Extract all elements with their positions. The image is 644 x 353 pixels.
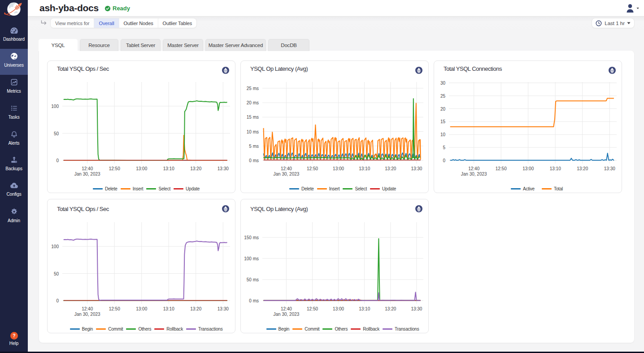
svg-text:25 ms: 25 ms (247, 86, 259, 91)
svg-text:12:40: 12:40 (281, 166, 292, 171)
svg-text:12:50: 12:50 (307, 166, 318, 171)
svg-text:12:40: 12:40 (468, 166, 479, 171)
svg-text:?: ? (13, 333, 15, 338)
svg-text:50: 50 (54, 271, 59, 276)
svg-text:13:30: 13:30 (411, 166, 422, 171)
svg-text:Jan 30, 2023: Jan 30, 2023 (273, 312, 299, 317)
svg-text:13:00: 13:00 (136, 306, 147, 311)
svg-text:13:30: 13:30 (411, 306, 422, 311)
svg-text:13:00: 13:00 (333, 166, 344, 171)
svg-text:13:10: 13:10 (163, 306, 174, 311)
svg-text:12:40: 12:40 (82, 306, 93, 311)
svg-text:50: 50 (54, 131, 59, 136)
svg-text:13:20: 13:20 (385, 166, 396, 171)
svg-text:13:30: 13:30 (218, 306, 229, 311)
svg-text:25: 25 (440, 94, 446, 99)
svg-text:20 ms: 20 ms (247, 100, 259, 105)
svg-text:5: 5 (443, 145, 445, 150)
svg-text:12:50: 12:50 (109, 166, 120, 171)
svg-text:13:10: 13:10 (163, 166, 174, 171)
svg-text:20: 20 (440, 107, 446, 112)
svg-text:13:10: 13:10 (550, 166, 561, 171)
svg-text:13:20: 13:20 (190, 306, 201, 311)
svg-text:Jan 30, 2023: Jan 30, 2023 (461, 172, 487, 176)
svg-text:13:30: 13:30 (218, 166, 229, 171)
svg-text:13:30: 13:30 (604, 166, 615, 171)
svg-text:12:50: 12:50 (496, 166, 507, 171)
svg-text:150 ms: 150 ms (244, 235, 259, 240)
svg-text:0 ms: 0 ms (249, 158, 259, 163)
svg-text:0: 0 (56, 298, 59, 303)
svg-text:0: 0 (56, 158, 59, 163)
svg-text:Jan 30, 2023: Jan 30, 2023 (74, 172, 100, 176)
svg-text:13:10: 13:10 (359, 166, 370, 171)
svg-text:12:50: 12:50 (109, 306, 120, 311)
svg-text:0: 0 (443, 158, 445, 163)
svg-text:13:20: 13:20 (385, 306, 396, 311)
svg-text:5 ms: 5 ms (249, 144, 259, 149)
svg-text:100: 100 (51, 244, 59, 249)
svg-text:50 ms: 50 ms (247, 277, 259, 282)
svg-text:10: 10 (440, 132, 446, 137)
svg-text:15: 15 (440, 119, 446, 124)
svg-text:13:00: 13:00 (333, 306, 344, 311)
svg-text:100: 100 (51, 104, 59, 109)
svg-text:13:10: 13:10 (359, 306, 370, 311)
svg-text:13:00: 13:00 (136, 166, 147, 171)
svg-text:100 ms: 100 ms (244, 256, 259, 261)
svg-text:13:20: 13:20 (190, 166, 201, 171)
svg-text:Jan 30, 2023: Jan 30, 2023 (273, 172, 299, 176)
svg-text:0 ms: 0 ms (249, 298, 259, 303)
svg-text:Jan 30, 2023: Jan 30, 2023 (74, 312, 100, 317)
svg-text:10 ms: 10 ms (247, 129, 259, 134)
svg-text:15 ms: 15 ms (247, 115, 259, 120)
svg-text:13:20: 13:20 (577, 166, 588, 171)
svg-text:13:00: 13:00 (522, 166, 534, 171)
svg-text:30: 30 (440, 81, 446, 86)
svg-text:12:40: 12:40 (281, 306, 292, 311)
svg-text:12:50: 12:50 (307, 306, 318, 311)
svg-text:12:40: 12:40 (82, 166, 93, 171)
